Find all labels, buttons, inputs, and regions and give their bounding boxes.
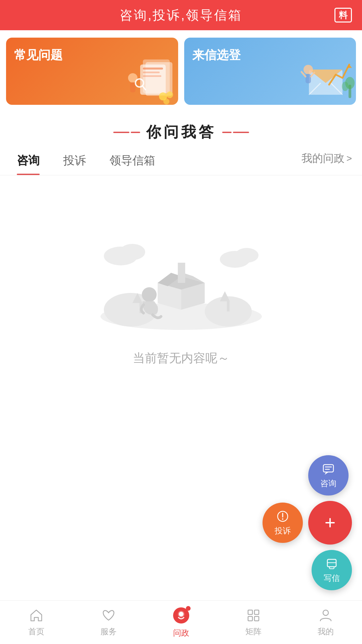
- fab-write[interactable]: 写信: [312, 550, 352, 590]
- fab-plus[interactable]: [308, 501, 352, 545]
- fab-write-label: 写信: [324, 573, 340, 584]
- my-question-link[interactable]: 我的问政 >: [301, 151, 352, 173]
- banner-faq-title: 常见问题: [14, 47, 63, 63]
- svg-rect-62: [254, 616, 259, 621]
- nav-profile-label: 我的: [318, 626, 334, 637]
- heart-icon: [101, 608, 116, 623]
- home-icon-wrap: [29, 608, 44, 624]
- svg-point-27: [120, 244, 145, 260]
- deco-line-2: [131, 132, 140, 133]
- banner-card-faq[interactable]: 常见问题: [6, 38, 178, 105]
- nav-profile[interactable]: 我的: [290, 608, 362, 637]
- empty-illustration: [94, 196, 269, 337]
- svg-rect-59: [248, 610, 252, 614]
- svg-point-12: [163, 98, 169, 104]
- deco-line-3: [222, 132, 232, 133]
- nav-home-label: 首页: [28, 626, 44, 637]
- svg-rect-43: [323, 465, 333, 472]
- warning-icon: [276, 509, 290, 523]
- svg-point-11: [166, 91, 173, 98]
- fab-consult[interactable]: 咨询: [308, 455, 349, 496]
- plus-icon: [321, 514, 339, 531]
- tab-consult[interactable]: 咨询: [10, 149, 46, 175]
- chevron-right-icon: >: [347, 153, 352, 164]
- svg-rect-61: [248, 616, 252, 621]
- svg-rect-3: [143, 68, 163, 70]
- bottom-nav: 首页 服务 问政: [0, 600, 362, 644]
- tab-complaint[interactable]: 投诉: [56, 149, 93, 175]
- svg-point-63: [323, 610, 328, 615]
- profile-icon-wrap: [318, 608, 333, 624]
- svg-rect-19: [306, 74, 311, 83]
- svg-rect-53: [329, 567, 334, 569]
- write-icon: [325, 557, 339, 571]
- tab-leader-mailbox[interactable]: 领导信箱: [103, 149, 162, 175]
- svg-rect-7: [130, 82, 135, 92]
- banner-card-letters[interactable]: 来信选登: [184, 38, 356, 105]
- svg-point-58: [179, 612, 184, 616]
- nav-question[interactable]: 问政: [145, 607, 217, 638]
- section-title-wrap: 你问我答: [0, 112, 362, 145]
- nav-question-label: 问政: [173, 628, 189, 638]
- svg-point-42: [142, 287, 157, 302]
- grid-icon-wrap: [246, 608, 261, 624]
- fab-consult-label: 咨询: [320, 478, 336, 489]
- home-icon: [29, 608, 44, 623]
- svg-point-49: [282, 518, 283, 520]
- svg-rect-35: [227, 301, 230, 311]
- nav-service-label: 服务: [100, 626, 117, 637]
- fab-complaint[interactable]: 投诉: [263, 503, 303, 543]
- svg-point-24: [342, 82, 349, 91]
- svg-rect-4: [143, 72, 160, 73]
- grid-icon: [246, 608, 261, 623]
- svg-rect-60: [254, 610, 259, 614]
- person-icon: [318, 608, 333, 623]
- nav-grid-label: 矩阵: [245, 626, 262, 637]
- fab-container: 咨询 投诉 写信: [263, 455, 352, 590]
- svg-point-18: [304, 65, 313, 74]
- header-title: 咨询,投诉,领导信箱: [120, 7, 242, 24]
- tabs-section: 咨询 投诉 领导信箱 我的问政 >: [0, 145, 362, 175]
- question-icon-wrap: [172, 607, 190, 626]
- fab-complaint-label: 投诉: [275, 525, 291, 536]
- banner-letters-title: 来信选登: [192, 47, 241, 63]
- nav-grid[interactable]: 矩阵: [217, 608, 289, 637]
- header-feed-icon[interactable]: 料: [334, 8, 352, 23]
- deco-line-1: [113, 132, 129, 133]
- deco-line-4: [233, 132, 249, 133]
- deco-right: [222, 132, 249, 133]
- svg-marker-17: [347, 65, 352, 68]
- banner-section: 常见问题 来信选登: [0, 30, 362, 112]
- empty-state: 当前暂无内容呢～: [0, 175, 362, 380]
- svg-marker-34: [220, 291, 230, 301]
- section-title: 你问我答: [146, 122, 216, 142]
- nav-service[interactable]: 服务: [72, 608, 145, 637]
- svg-point-29: [235, 248, 258, 263]
- chat-icon: [321, 462, 335, 476]
- service-icon-wrap: [101, 608, 116, 624]
- empty-text: 当前暂无内容呢～: [133, 350, 230, 367]
- nav-dot-badge: [186, 606, 191, 611]
- banner-faq-illustration: [123, 53, 176, 103]
- svg-rect-5: [143, 75, 161, 77]
- svg-rect-41: [178, 263, 185, 283]
- nav-home[interactable]: 首页: [0, 608, 72, 637]
- header: 咨询,投诉,领导信箱 料: [0, 0, 362, 30]
- deco-left: [113, 132, 140, 133]
- banner-letters-illustration: [299, 51, 353, 101]
